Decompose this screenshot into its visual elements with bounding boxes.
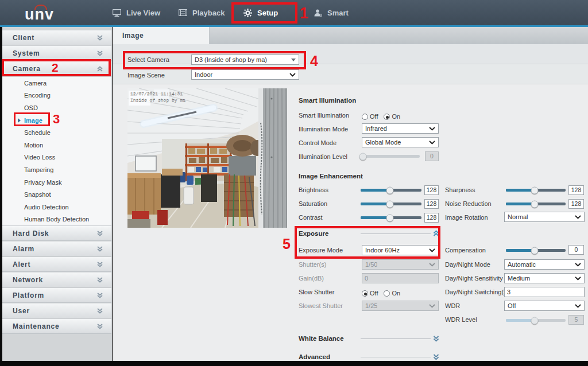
slowest-shutter-value: 1/25 (365, 302, 377, 309)
image-enhancement-title: Image Enhancement (299, 173, 363, 180)
advanced-title: Advanced (299, 353, 330, 360)
sidebar-group-label: Alarm (13, 245, 34, 253)
control-mode-dropdown[interactable]: Global Mode (362, 137, 439, 147)
monitor-icon (113, 9, 121, 17)
radio-on-label: On (392, 290, 400, 297)
shutter-dropdown: 1/50 (362, 259, 439, 270)
wdr-level-slider (506, 319, 566, 322)
image-rotation-label: Image Rotation (445, 214, 488, 221)
brightness-value[interactable]: 128 (424, 185, 439, 195)
chevron-double-down-icon (96, 35, 103, 41)
day-night-mode-dropdown[interactable]: Automatic (504, 259, 585, 270)
sidebar-group-client[interactable]: Client (2, 30, 111, 45)
film-icon (179, 9, 187, 16)
white-balance-expand-icon[interactable] (432, 336, 440, 342)
shutter-value: 1/50 (365, 261, 377, 268)
noise-reduction-slider[interactable] (506, 203, 566, 205)
chevron-down-icon (575, 304, 581, 308)
day-night-switching-label: Day/Night Switching(s) (445, 289, 509, 295)
day-night-switching-input[interactable] (504, 287, 585, 297)
brightness-slider[interactable] (361, 189, 421, 192)
sidebar-item-camera[interactable]: Camera (2, 77, 111, 89)
sidebar-item-label: Snapshot (24, 191, 51, 198)
shutter-label: Shutter(s) (299, 261, 326, 268)
sharpness-label: Sharpness (445, 186, 475, 193)
slowest-shutter-dropdown: 1/25 (362, 301, 439, 311)
wdr-level-label: WDR Level (445, 316, 477, 323)
unv-logo-arc (34, 5, 47, 10)
sharpness-slider[interactable] (506, 189, 566, 192)
person-icon (314, 9, 322, 17)
compensation-label: Compensation (445, 247, 486, 254)
radio-off-label: Off (370, 113, 378, 120)
day-night-sensitivity-dropdown[interactable]: Medium (504, 273, 585, 283)
chevron-down-icon (429, 127, 435, 131)
illumination-level-slider[interactable] (361, 155, 420, 158)
advanced-expand-icon[interactable] (432, 354, 440, 360)
sharpness-value[interactable]: 128 (568, 185, 584, 195)
white-balance-title: White Balance (299, 335, 344, 342)
slowest-shutter-label: Slowest Shutter (299, 302, 343, 309)
gain-input: 0 (362, 273, 439, 283)
sidebar-group-label: Platform (13, 291, 44, 299)
day-night-mode-value: Automatic (508, 261, 536, 268)
nav-item-smart[interactable]: Smart (314, 0, 349, 25)
chevron-double-down-icon (96, 246, 103, 252)
image-rotation-dropdown[interactable]: Normal (504, 212, 585, 222)
sidebar-item-encoding[interactable]: Encoding (2, 89, 111, 102)
sidebar-group-maintenance[interactable]: Maintenance (2, 319, 111, 334)
sidebar-item-privacy-mask[interactable]: Privacy Mask (2, 176, 111, 189)
sidebar-item-human-body-detection[interactable]: Human Body Detection (2, 213, 111, 226)
sidebar-item-motion[interactable]: Motion (2, 139, 111, 151)
compensation-value[interactable]: 0 (568, 245, 584, 255)
sidebar-group-network[interactable]: Network (2, 272, 111, 287)
radio-off[interactable] (362, 114, 368, 120)
annotation-box-image-item (14, 112, 50, 126)
sidebar-item-video-loss[interactable]: Video Loss (2, 151, 111, 164)
day-night-sensitivity-label: Day/Night Sensitivity (445, 275, 503, 282)
sidebar-group-platform[interactable]: Platform (2, 288, 111, 303)
sidebar-group-label: Alert (13, 260, 30, 268)
illumination-mode-dropdown[interactable]: Infrared (362, 123, 439, 134)
annotation-number-2: 2 (52, 61, 59, 75)
nav-label-playback: Playback (192, 9, 225, 17)
sidebar-item-label: OSD (24, 104, 38, 111)
radio-on[interactable] (384, 290, 390, 297)
chevron-down-icon (429, 141, 435, 145)
chevron-down-icon (429, 304, 435, 308)
sidebar-group-user[interactable]: User (2, 303, 111, 318)
smart-illumination-radio-group: OffOn (362, 111, 406, 121)
wdr-dropdown[interactable]: Off (504, 301, 585, 311)
sidebar-item-label: Privacy Mask (24, 179, 61, 186)
image-scene-value: Indoor (195, 71, 212, 78)
bottom-edge (0, 361, 588, 366)
sidebar-group-label: Network (13, 276, 43, 284)
illumination-level-label: Illumination Level (299, 153, 347, 160)
sidebar-item-snapshot[interactable]: Snapshot (2, 188, 111, 201)
chevron-double-down-icon (96, 324, 103, 329)
tab-image[interactable]: Image (113, 27, 210, 44)
contrast-value[interactable]: 128 (424, 213, 439, 223)
image-scene-dropdown[interactable]: Indoor (191, 69, 299, 80)
chevron-double-down-icon (96, 262, 103, 267)
nav-item-live-view[interactable]: Live View (113, 0, 160, 25)
saturation-value[interactable]: 128 (424, 199, 439, 209)
chevron-down-icon (575, 277, 581, 281)
radio-off[interactable] (362, 290, 368, 297)
noise-reduction-value[interactable]: 128 (568, 199, 584, 209)
sidebar: Client System Camera Camera Encoding OSD… (2, 27, 112, 361)
nav-label-smart: Smart (327, 9, 349, 17)
sidebar-group-alarm[interactable]: Alarm (2, 242, 111, 256)
day-night-sensitivity-value: Medium (508, 275, 530, 282)
radio-on[interactable] (384, 114, 390, 120)
compensation-slider[interactable] (506, 249, 566, 252)
sidebar-item-audio-detection[interactable]: Audio Detection (2, 201, 111, 213)
sidebar-group-alert[interactable]: Alert (2, 257, 111, 272)
saturation-slider[interactable] (361, 203, 421, 205)
nav-item-playback[interactable]: Playback (179, 0, 225, 25)
sidebar-group-hard-disk[interactable]: Hard Disk (2, 226, 111, 241)
sidebar-item-tampering[interactable]: Tampering (2, 163, 111, 176)
contrast-slider[interactable] (361, 216, 421, 219)
chevron-double-down-icon (96, 231, 103, 236)
sidebar-item-schedule[interactable]: Schedule (2, 126, 111, 139)
